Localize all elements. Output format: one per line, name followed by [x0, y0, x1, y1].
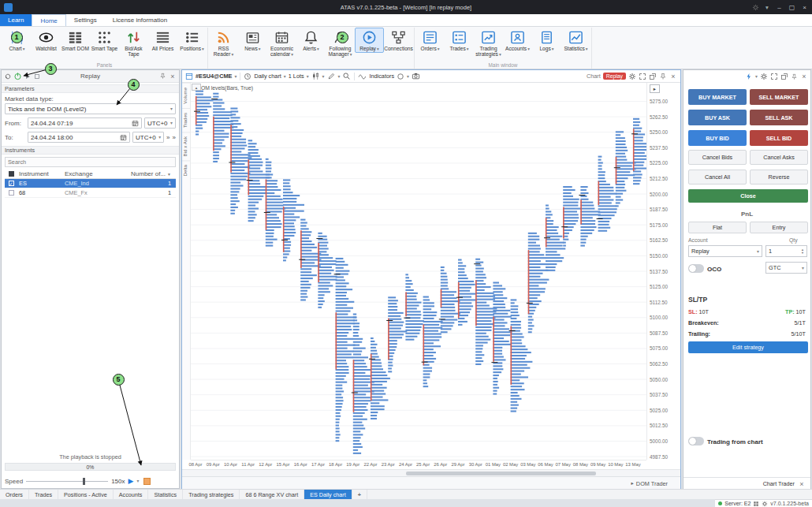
chevron-down-icon[interactable]: ▾	[284, 74, 286, 79]
sell-bid-button[interactable]: SELL BID	[750, 130, 808, 146]
ribbon-item-bid-ask-tape[interactable]: Bid/Ask Tape	[119, 28, 148, 58]
chart-trader-tab[interactable]: Chart Trader ×	[683, 477, 810, 490]
instrument-row-es[interactable]: ✓ESCME_Ind1	[5, 179, 176, 188]
menu-tab-learn[interactable]: Learn	[0, 14, 32, 26]
skip-forward-icon[interactable]: »	[166, 134, 169, 141]
stop-icon[interactable]	[33, 73, 41, 80]
ribbon-item-news[interactable]: News▾	[238, 28, 267, 53]
chart-panel-tab-volume[interactable]: Volume	[182, 83, 190, 108]
ribbon-item-trading-strategies[interactable]: Trading strategies▾	[474, 28, 503, 59]
close-icon[interactable]: ×	[798, 480, 806, 488]
expand-icon[interactable]	[770, 73, 778, 80]
edit-strategy-button[interactable]: Edit strategy	[688, 341, 808, 353]
drawing-tools-icon[interactable]	[327, 72, 336, 80]
gear-icon[interactable]	[760, 73, 768, 80]
ribbon-item-orders[interactable]: Orders▾	[415, 28, 445, 53]
ribbon-item-trades[interactable]: Trades▾	[445, 28, 474, 53]
from-datetime-field[interactable]: 24.04.24 07:19	[28, 117, 142, 129]
close-position-button[interactable]: Close	[688, 189, 808, 203]
chart-scrollbar[interactable]	[182, 469, 680, 476]
chevron-down-icon[interactable]: ▾	[234, 74, 237, 79]
chevron-down-icon[interactable]: ▾	[762, 4, 773, 11]
column-instrument[interactable]: Instrument	[17, 170, 65, 177]
row-checkbox[interactable]	[9, 190, 14, 196]
column-exchange[interactable]: Exchange	[65, 170, 121, 177]
instrument-row-68[interactable]: 68CME_Fx1	[5, 188, 176, 198]
lightning-icon[interactable]	[745, 73, 753, 80]
sell-ask-button[interactable]: SELL ASK	[750, 110, 808, 125]
ribbon-item-watchlist[interactable]: Watchlist	[32, 28, 61, 52]
indicators-button[interactable]: Indicators	[369, 73, 394, 80]
speed-slider-handle[interactable]	[83, 478, 85, 485]
workspace-tab-orders[interactable]: Orders	[0, 490, 29, 499]
menu-tab-license-information[interactable]: License information	[105, 14, 175, 26]
popout-icon[interactable]	[780, 73, 788, 80]
close-icon[interactable]: ×	[800, 73, 808, 80]
gear-icon[interactable]	[750, 4, 761, 11]
close-icon[interactable]: ×	[669, 73, 677, 80]
column-number[interactable]: Number of...▼	[121, 170, 176, 177]
calendar-icon[interactable]	[120, 134, 127, 141]
row-checkbox[interactable]: ✓	[9, 181, 14, 186]
cancel-all-button[interactable]: Cancel All	[688, 170, 747, 185]
chevron-down-icon[interactable]: ▾	[307, 74, 309, 79]
ribbon-item-alerts[interactable]: Alerts▾	[296, 28, 326, 53]
flat-button[interactable]: Flat	[688, 222, 747, 233]
buy-bid-button[interactable]: BUY BID	[688, 130, 747, 146]
speed-slider[interactable]	[26, 477, 108, 485]
select-all-checkbox[interactable]	[9, 171, 14, 177]
dom-trader-strip[interactable]: ▸ DOM Trader	[182, 476, 680, 490]
chart-trader-tab-label[interactable]: Chart Trader	[763, 480, 795, 487]
sl-value[interactable]: 10T	[699, 308, 709, 315]
maximize-button[interactable]: ▢	[786, 4, 798, 11]
grid-icon[interactable]	[753, 501, 759, 507]
close-button[interactable]: ×	[799, 4, 810, 11]
qty-stepper[interactable]: 1 ▲▼	[765, 245, 807, 257]
titlebar[interactable]: ATAS v7.0.1.225-beta - [Welcom] [In repl…	[0, 0, 812, 14]
window-icon[interactable]	[185, 73, 193, 80]
tp-value[interactable]: 10T	[796, 308, 806, 315]
buy-market-button[interactable]: BUY MARKET	[688, 89, 747, 105]
entry-button[interactable]: Entry	[750, 222, 808, 233]
zoom-icon[interactable]	[342, 72, 351, 80]
workspace-tab-statistics[interactable]: Statistics	[148, 490, 183, 499]
ribbon-item-smart-dom[interactable]: Smart DOM	[61, 28, 90, 52]
trading-from-chart-toggle[interactable]	[688, 437, 704, 445]
chart-symbol[interactable]: #ESU4@CME	[196, 73, 232, 80]
ribbon-item-smart-tape[interactable]: Smart Tape	[90, 28, 119, 52]
ribbon-item-all-prices[interactable]: All Prices	[148, 28, 177, 52]
trailing-value[interactable]: 5/10T	[792, 330, 806, 337]
popout-icon[interactable]	[649, 73, 657, 80]
workspace-tab-trading-strategies[interactable]: Trading strategies	[183, 490, 240, 499]
workspace-tab-trades[interactable]: Trades	[29, 490, 58, 499]
power-icon[interactable]	[13, 72, 22, 80]
expand-dom-trader-icon[interactable]: ▸	[631, 480, 634, 486]
chevron-down-icon[interactable]: ▾	[755, 74, 758, 79]
circle-tool-icon[interactable]	[397, 73, 404, 80]
menu-tab-home[interactable]: Home	[32, 14, 65, 26]
chart-lots-select[interactable]: 1 Lots	[289, 73, 304, 80]
workspace-tab-68-6-range-xv-chart[interactable]: 68 6 Range XV chart	[240, 490, 304, 499]
new-tab-button[interactable]: +	[352, 490, 367, 499]
ribbon-item-rss-reader[interactable]: RSS Reader▾	[209, 28, 238, 59]
minimize-button[interactable]: –	[773, 4, 785, 11]
ribbon-item-positions[interactable]: Positions▾	[177, 28, 207, 53]
workspace-tab-es-daily-chart[interactable]: ES Daily chart	[304, 490, 352, 499]
instrument-search-input[interactable]	[5, 157, 176, 167]
chart-panel-tab-bid-x-ask[interactable]: Bid x Ask	[182, 132, 190, 160]
sell-market-button[interactable]: SELL MARKET	[750, 89, 808, 105]
playback-stop-button[interactable]	[143, 478, 151, 485]
ribbon-item-accounts[interactable]: Accounts▾	[503, 28, 532, 53]
playback-play-button[interactable]: ▶	[129, 478, 134, 485]
market-data-type-select[interactable]: Ticks and the DOM (Level2) ▾	[5, 103, 176, 114]
cancel-asks-button[interactable]: Cancel Asks	[750, 150, 808, 165]
chevron-down-icon[interactable]: ▾	[407, 74, 409, 79]
to-timezone-select[interactable]: UTC+0 ▾	[132, 132, 164, 143]
buy-ask-button[interactable]: BUY ASK	[688, 110, 747, 125]
ribbon-item-connections[interactable]: Connections	[384, 28, 413, 52]
oco-toggle[interactable]	[688, 264, 704, 273]
dom-trader-label[interactable]: DOM Trader	[636, 480, 668, 487]
menu-tab-settings[interactable]: Settings	[66, 14, 105, 26]
go-to-realtime-button[interactable]: ▸	[650, 84, 660, 93]
tif-select[interactable]: GTC ▾	[765, 262, 807, 274]
